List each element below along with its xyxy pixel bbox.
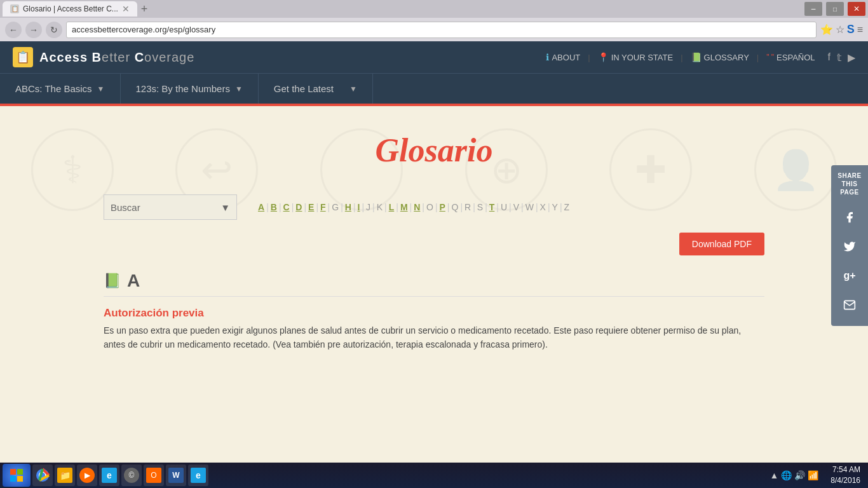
alpha-e[interactable]: E [306, 201, 316, 214]
back-btn[interactable]: ← [5, 22, 22, 38]
svg-rect-2 [10, 476, 16, 482]
taskbar-word[interactable]: W [166, 464, 186, 486]
tab-bar: 📋 Glosario | Access Better C... ✕ + – □ … [0, 0, 868, 18]
alpha-v[interactable]: V [512, 201, 521, 214]
start-button[interactable] [3, 464, 31, 487]
share-twitter-button[interactable] [831, 232, 868, 261]
nav-abcs[interactable]: ABCs: The Basics ▼ [0, 74, 121, 104]
alpha-c[interactable]: C [281, 201, 292, 214]
tab-close-btn[interactable]: ✕ [122, 4, 130, 14]
alpha-g[interactable]: G [330, 201, 341, 214]
taskbar: 📁 ▶ e © O W e ▲ 🌐 🔊 📶 7:54 AM 8/4/2016 [0, 463, 868, 488]
tray-up-icon[interactable]: ▲ [770, 470, 778, 480]
alpha-a[interactable]: A [256, 201, 266, 214]
alpha-z[interactable]: Z [562, 201, 572, 214]
brand-icon: 📋 [13, 47, 33, 67]
123s-arrow-icon: ▼ [235, 85, 243, 93]
nav-espanol[interactable]: " " ESPAÑOL [761, 50, 820, 65]
share-gplus-button[interactable]: g+ [831, 261, 868, 290]
alpha-y[interactable]: Y [550, 201, 560, 214]
bookmark-icon[interactable]: ⭐ [820, 24, 833, 36]
glossary-entry-autorizacion: Autorización previa Es un paso extra que… [104, 307, 764, 352]
tray-network-icon[interactable]: 🌐 [781, 470, 792, 480]
tray-speaker-icon[interactable]: 🔊 [794, 470, 805, 480]
nav-about[interactable]: ℹ ABOUT [541, 50, 585, 65]
tab-favicon: 📋 [10, 4, 19, 13]
taskbar-circular-app[interactable]: © [121, 464, 142, 486]
alpha-d[interactable]: D [294, 201, 304, 214]
alpha-h[interactable]: H [343, 201, 353, 214]
alpha-p[interactable]: P [438, 201, 447, 214]
taskbar-file-explorer[interactable]: 📁 [55, 464, 75, 486]
window-controls: – □ ✕ [804, 2, 865, 16]
nav-get-latest[interactable]: Get the Latest ▼ [259, 74, 373, 104]
facebook-nav-icon[interactable]: f [828, 51, 831, 64]
alpha-k[interactable]: K [375, 201, 384, 214]
twitter-nav-icon[interactable]: 𝕥 [837, 51, 841, 64]
download-pdf-button[interactable]: Download PDF [679, 233, 764, 255]
address-bar[interactable]: accessbettercoverage.org/esp/glossary [66, 22, 817, 38]
alpha-f[interactable]: F [318, 201, 328, 214]
alpha-i[interactable]: I [356, 201, 362, 214]
taskbar-media-player[interactable]: ▶ [77, 464, 97, 486]
share-panel: SHARETHISPAGE g+ [831, 165, 868, 326]
page-title-area: Glosario [0, 106, 868, 182]
brand-name: Access Better Coverage [39, 50, 194, 65]
url-text: accessbettercoverage.org/esp/glossary [72, 25, 215, 34]
svg-rect-1 [17, 469, 23, 475]
main-content: ⚕ ↩ ⊕ ✚ 👤 Glosario Buscar ▼ A | B | C | … [0, 106, 868, 462]
alpha-o[interactable]: O [424, 201, 435, 214]
search-alpha-row: Buscar ▼ A | B | C | D | E | F | G | H |… [104, 194, 764, 220]
nav-espanol-label: ESPAÑOL [776, 53, 815, 62]
nav-123s-label: 123s: By the Numbers [136, 83, 230, 94]
alpha-w[interactable]: W [524, 201, 536, 214]
close-btn[interactable]: ✕ [848, 2, 865, 16]
tray-signal-icon[interactable]: 📶 [808, 470, 818, 480]
top-navigation: 📋 Access Better Coverage ℹ ABOUT | 📍 IN … [0, 41, 868, 73]
forward-btn[interactable]: → [25, 22, 42, 38]
alpha-r[interactable]: R [463, 201, 473, 214]
refresh-btn[interactable]: ↻ [46, 22, 62, 38]
alphabet-navigation: A | B | C | D | E | F | G | H | I | J | [256, 201, 571, 214]
alpha-j[interactable]: J [364, 201, 372, 214]
maximize-btn[interactable]: □ [826, 2, 844, 16]
minimize-btn[interactable]: – [804, 2, 822, 16]
alpha-m[interactable]: M [398, 201, 410, 214]
alpha-t[interactable]: T [487, 201, 497, 214]
nav-links: ℹ ABOUT | 📍 IN YOUR STATE | 📗 GLOSSARY |… [541, 50, 855, 65]
taskbar-outlook[interactable]: O [144, 464, 164, 486]
tab-title: Glosario | Access Better C... [23, 4, 118, 13]
new-tab-btn[interactable]: + [141, 3, 148, 16]
search-dropdown[interactable]: Buscar ▼ [104, 194, 237, 220]
share-email-button[interactable] [831, 290, 868, 320]
bookmark-add-icon[interactable]: ☆ [836, 24, 844, 36]
active-tab[interactable]: 📋 Glosario | Access Better C... ✕ [3, 1, 137, 17]
alpha-l[interactable]: L [387, 201, 397, 214]
book-icon: 📗 [691, 52, 702, 62]
alpha-u[interactable]: U [499, 201, 509, 214]
alpha-s[interactable]: S [475, 201, 485, 214]
nav-123s[interactable]: 123s: By the Numbers ▼ [121, 74, 259, 104]
taskbar-ie[interactable]: e [99, 464, 119, 486]
clock-date: 8/4/2016 [831, 475, 860, 486]
entry-body: Es un paso extra que pueden exigir algun… [104, 323, 764, 352]
skype-icon[interactable]: S [847, 23, 855, 36]
menu-icon[interactable]: ≡ [857, 24, 863, 36]
taskbar-ie2[interactable]: e [188, 464, 208, 486]
share-facebook-button[interactable] [831, 203, 868, 232]
system-clock[interactable]: 7:54 AM 8/4/2016 [825, 464, 865, 486]
alpha-b[interactable]: B [269, 201, 279, 214]
section-icon: 📗 [104, 273, 121, 289]
alpha-q[interactable]: Q [450, 201, 461, 214]
nav-latest-label: Get the Latest [274, 83, 334, 94]
nav-in-your-state[interactable]: 📍 IN YOUR STATE [593, 50, 679, 65]
browser-chrome: 📋 Glosario | Access Better C... ✕ + – □ … [0, 0, 868, 41]
taskbar-chrome[interactable] [32, 464, 53, 486]
alpha-n[interactable]: N [412, 201, 422, 214]
location-icon: 📍 [598, 52, 609, 62]
nav-glossary[interactable]: 📗 GLOSSARY [686, 50, 754, 65]
latest-arrow-icon: ▼ [349, 85, 357, 93]
alpha-x[interactable]: X [538, 201, 548, 214]
nav-abcs-label: ABCs: The Basics [15, 83, 92, 94]
youtube-nav-icon[interactable]: ▶ [848, 51, 855, 64]
